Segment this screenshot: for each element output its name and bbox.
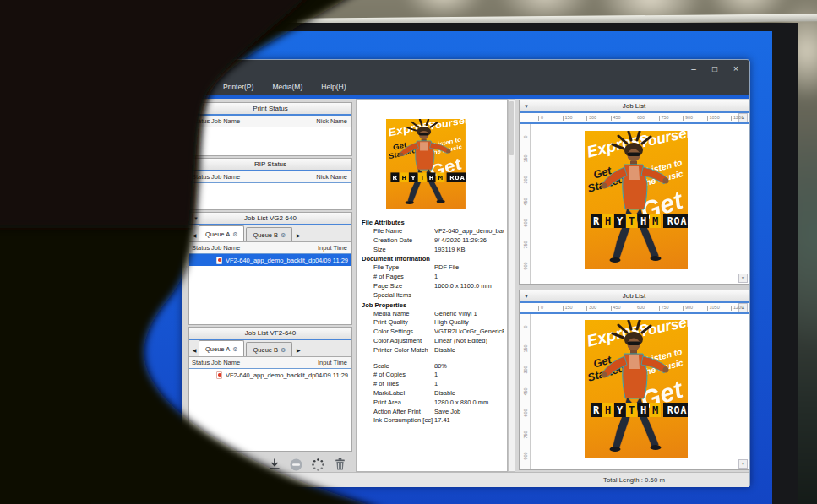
queue-settings-gear-icon[interactable]: ⚙ (281, 232, 286, 238)
details-row: Page Size1600.0 x 1100.0 mm (362, 282, 504, 291)
details-row: Color AdjustmentLinear (Not Edited) (362, 337, 504, 346)
details-row: Printer Color MatchDisable (362, 346, 504, 355)
print-status-columns: Status Job Name Nick Name (189, 116, 351, 127)
ruler-tick-label: 750 (523, 240, 528, 250)
ruler-tick-label: 150 (523, 344, 528, 354)
ruler-tick-label: 600 (637, 115, 645, 120)
queue-settings-gear-icon[interactable]: ⚙ (232, 346, 237, 352)
ruler-tick-label: 600 (523, 218, 528, 228)
rip-status-title: RIP Status (254, 160, 286, 168)
layout-preview-job[interactable]: Express Yourself Listen to the music Get… (585, 320, 688, 458)
rip-status-list[interactable] (189, 183, 351, 209)
layout-preview-job[interactable]: Express Yourself Listen to the music Get… (585, 131, 688, 269)
details-value: High Quality (434, 318, 504, 328)
tab-queue-b[interactable]: Queue B ⚙ (246, 227, 292, 241)
menu-media[interactable]: Media(M) (272, 83, 302, 91)
details-value: 1280.0 x 880.0 mm (434, 398, 504, 408)
tab-queue-b[interactable]: Queue B ⚙ (246, 342, 292, 356)
details-scrollbar[interactable] (508, 99, 515, 472)
preview-bottom-header: ▼ Job List (520, 290, 749, 303)
details-row: Ink Consumption [cc]17.41 (362, 416, 504, 425)
details-row: # of Tiles1 (362, 380, 504, 389)
scrollbar-thumb[interactable] (509, 101, 514, 155)
maximize-button[interactable]: □ (710, 63, 720, 75)
vg2640-queue-tabs: ◀ Queue A ⚙ Queue B ⚙ ▶ (189, 225, 351, 242)
scroll-down-icon[interactable]: ▼ (738, 274, 748, 283)
horizontal-ruler: ▲ 015030045060075090010501200 (520, 113, 749, 124)
menu-help[interactable]: Help(H) (321, 83, 346, 91)
column-job-name: Job Name (211, 359, 318, 366)
column-status: Status (189, 359, 211, 366)
poster-title-letter: Y (409, 172, 417, 182)
details-value: Disable (434, 389, 504, 398)
hold-job-icon[interactable] (289, 458, 303, 472)
poster-title-letter: H (428, 172, 436, 182)
poster-title-letter: H (602, 403, 613, 417)
tab-queue-a[interactable]: Queue A ⚙ (199, 225, 244, 241)
minimize-button[interactable]: – (689, 63, 699, 75)
tab-queue-a-label: Queue A (205, 345, 230, 353)
tab-scroll-right-icon[interactable]: ▶ (294, 347, 302, 356)
job-row-selected[interactable]: VF2-640_app_demo_backlit_dp... 04/09 11:… (189, 254, 351, 266)
details-label: Ink Consumption [cc] (362, 416, 434, 425)
processing-spinner-icon[interactable] (311, 458, 325, 472)
rip-status-panel: RIP Status Status Job Name Nick Name (188, 158, 352, 210)
details-row: Print Area1280.0 x 880.0 mm (362, 398, 504, 408)
ruler-tick-label: 150 (565, 305, 573, 310)
job-input-time-cell: 04/09 11:29 (315, 257, 351, 264)
column-job-name: Job Name (211, 173, 316, 181)
status-strip: Total Length : 0.60 m (182, 472, 749, 487)
details-label: # of Pages (362, 273, 434, 282)
job-list-vg2640-title: Job List VG2-640 (244, 214, 297, 222)
queue-settings-gear-icon[interactable]: ⚙ (232, 231, 237, 237)
delete-job-trash-icon[interactable] (333, 458, 347, 472)
download-job-icon[interactable] (267, 458, 281, 472)
tab-queue-b-label: Queue B (253, 231, 278, 239)
poster-title-letter: R (390, 172, 399, 182)
close-button[interactable]: × (731, 63, 741, 75)
print-status-title: Print Status (253, 105, 287, 112)
job-list-vf2640-panel: Job List VF2-640 ◀ Queue A ⚙ Queue B ⚙ ▶ (188, 327, 352, 452)
column-status: Status (189, 173, 211, 181)
details-row: Scale80% (362, 362, 504, 371)
details-value: 9/ 4/2020 11:29:36 (434, 236, 504, 246)
details-label: Size (362, 246, 434, 255)
collapse-caret-icon[interactable]: ▼ (524, 294, 529, 299)
details-row: # of Copies1 (362, 371, 504, 380)
preview-bottom-title: Job List (623, 292, 646, 300)
window-controls: – □ × (689, 63, 741, 75)
job-name-cell: VF2-640_app_demo_backlit_dp... (226, 257, 315, 264)
ruler-tick-label: 900 (523, 261, 528, 271)
tab-scroll-left-icon[interactable]: ◀ (190, 347, 199, 356)
details-label: Print Quality (362, 318, 434, 328)
poster-artwork: Express Yourself Listen to the music Get… (386, 119, 466, 209)
details-row: Color SettingsVGTR2LkOrGr_GenericPVC... (362, 328, 504, 337)
details-row: Mark/LabelDisable (362, 389, 504, 398)
poster-title-letter: M (650, 403, 661, 417)
collapse-caret-icon[interactable]: ▼ (193, 216, 199, 221)
queue-settings-gear-icon[interactable]: ⚙ (281, 347, 286, 353)
menu-bar: Printer(P) Media(M) Help(H) (182, 79, 749, 95)
job-thumbnail: Express Yourself Listen to the music Get… (386, 119, 466, 209)
ruler-tick-label: 1050 (710, 115, 720, 120)
column-status: Status (189, 117, 211, 125)
poster-title-letters: RHYTHM (591, 403, 661, 417)
ruler-tick-label: 900 (523, 451, 528, 461)
collapse-caret-icon[interactable]: ▼ (524, 104, 529, 109)
ruler-tick-label: 0 (523, 322, 528, 332)
scroll-down-icon[interactable]: ▼ (738, 459, 748, 469)
details-value: 1 (434, 371, 504, 380)
tab-scroll-left-icon[interactable]: ◀ (190, 232, 199, 241)
job-row[interactable]: VF2-640_app_demo_backlit_dp... 04/09 11:… (189, 369, 351, 381)
column-nick-name: Nick Name (316, 173, 351, 181)
ruler-tick-label: 450 (523, 197, 528, 207)
print-status-list[interactable] (189, 127, 351, 155)
tab-queue-a[interactable]: Queue A ⚙ (199, 340, 244, 356)
details-label: Print Area (362, 398, 434, 408)
details-value: Disable (434, 346, 504, 355)
job-name-cell: VF2-640_app_demo_backlit_dp... (226, 371, 315, 379)
ruler-tick-label: 0 (541, 115, 543, 120)
menu-printer[interactable]: Printer(P) (223, 83, 253, 91)
tab-scroll-right-icon[interactable]: ▶ (294, 232, 302, 241)
details-row: Size193119 KB (362, 246, 504, 255)
